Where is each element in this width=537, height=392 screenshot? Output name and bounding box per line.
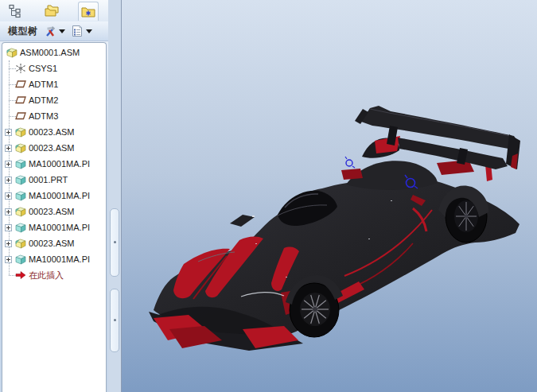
- tree-row[interactable]: ADTM2: [2, 92, 106, 108]
- tree-row[interactable]: 00023.ASM: [2, 204, 106, 219]
- csys-icon: [15, 63, 26, 74]
- tree-row[interactable]: CSYS1: [2, 60, 106, 76]
- expand-plus-icon[interactable]: [5, 240, 12, 247]
- assembly-icon: [15, 126, 26, 138]
- chevron-down-icon: [86, 29, 92, 33]
- expand-plus-icon[interactable]: [5, 192, 12, 200]
- tree-row[interactable]: 00023.ASM: [2, 235, 106, 251]
- tree-row[interactable]: 00023.ASM: [2, 140, 106, 156]
- tab-favorites[interactable]: [78, 2, 99, 21]
- expand-plus-icon[interactable]: [5, 256, 12, 263]
- tree-item-label: ADTM2: [29, 95, 58, 105]
- graphics-viewport[interactable]: [121, 0, 537, 392]
- car-model[interactable]: [149, 106, 520, 351]
- tab-model-tree[interactable]: [5, 2, 25, 21]
- navigator-panel: 模型树 ASM0001.ASM CSYS1 ADTM1 ADTM2: [0, 0, 121, 392]
- part-icon: [15, 222, 26, 233]
- tree-item-label: MA10001MA.PI: [29, 223, 90, 232]
- expand-plus-icon[interactable]: [5, 161, 12, 168]
- fin-highlight: [252, 215, 255, 217]
- sash-grip-dot: [114, 319, 116, 321]
- settings-tools-icon: [44, 25, 56, 37]
- tree-item-label: ASM0001.ASM: [20, 48, 80, 57]
- tree-item-label: MA10001MA.PI: [29, 191, 90, 200]
- tree-item-label: 00023.ASM: [29, 239, 74, 248]
- expand-plus-icon[interactable]: [5, 208, 12, 215]
- navigator-sash: [108, 0, 121, 392]
- tree-item-label: MA10001MA.PI: [29, 254, 90, 264]
- datum-marker[interactable]: [345, 157, 355, 168]
- tree-row[interactable]: MA10001MA.PI: [2, 188, 106, 204]
- tree-item-label: 0001.PRT: [29, 175, 68, 184]
- part-icon: [15, 158, 26, 169]
- part-icon: [15, 174, 26, 185]
- tree-item-label: ADTM3: [29, 111, 58, 121]
- datum-plane-icon: [15, 79, 26, 90]
- expand-plus-icon[interactable]: [5, 177, 12, 184]
- expand-plus-icon[interactable]: [5, 145, 12, 152]
- tree-row-insert-here[interactable]: 在此插入: [2, 267, 106, 283]
- assembly-icon: [15, 206, 26, 217]
- tree-row[interactable]: ADTM1: [2, 76, 106, 92]
- assembly-icon: [15, 142, 26, 153]
- model-tree: ASM0001.ASM CSYS1 ADTM1 ADTM2 ADTM3 0002…: [2, 42, 107, 392]
- rear-wing: [355, 106, 520, 169]
- tree-item-label: 在此插入: [29, 270, 64, 281]
- tree-row[interactable]: MA10001MA.PI: [2, 219, 106, 235]
- part-icon: [15, 190, 26, 201]
- tree-item-label: 00023.ASM: [29, 127, 74, 137]
- sash-grip-dot: [114, 241, 116, 243]
- front-fender-fin: [230, 215, 255, 227]
- tree-item-label: ADTM1: [29, 80, 58, 89]
- tree-row-root[interactable]: ASM0001.ASM: [2, 45, 106, 60]
- tree-show-button[interactable]: [71, 25, 92, 37]
- expand-plus-icon[interactable]: [5, 129, 12, 136]
- chevron-down-icon: [59, 29, 65, 33]
- cockpit-red-patch: [341, 169, 363, 180]
- show-list-icon: [71, 25, 84, 37]
- tree-row[interactable]: MA10001MA.PI: [2, 251, 106, 267]
- tree-row[interactable]: ADTM3: [2, 108, 106, 124]
- model-tree-tab-icon: [8, 4, 22, 18]
- assembly-icon: [15, 238, 26, 249]
- part-icon: [15, 254, 26, 265]
- favorites-icon: [80, 5, 96, 19]
- expand-plus-icon[interactable]: [5, 224, 12, 231]
- tree-item-label: MA10001MA.PI: [29, 159, 90, 169]
- tab-folder-browser[interactable]: [41, 2, 62, 21]
- panel-title: 模型树: [8, 25, 38, 38]
- deck-red-left: [375, 136, 400, 153]
- model-tree-header: 模型树: [0, 21, 121, 41]
- assembly-icon: [6, 47, 18, 58]
- tree-item-label: CSYS1: [29, 64, 57, 73]
- folder-browser-icon: [44, 4, 60, 18]
- tree-row[interactable]: MA10001MA.PI: [2, 156, 106, 172]
- sash-handle-lower[interactable]: [110, 289, 119, 352]
- tree-row[interactable]: 00023.ASM: [2, 124, 106, 140]
- tree-item-label: 00023.ASM: [29, 143, 74, 153]
- tree-row[interactable]: 0001.PRT: [2, 172, 106, 188]
- sash-handle-upper[interactable]: [110, 208, 119, 277]
- tree-settings-button[interactable]: [44, 25, 65, 37]
- tree-item-label: 00023.ASM: [29, 207, 74, 216]
- datum-plane-icon: [15, 111, 26, 122]
- datum-plane-icon: [15, 95, 26, 106]
- insert-here-arrow-icon: [15, 270, 26, 281]
- navigator-tab-bar: [0, 0, 121, 21]
